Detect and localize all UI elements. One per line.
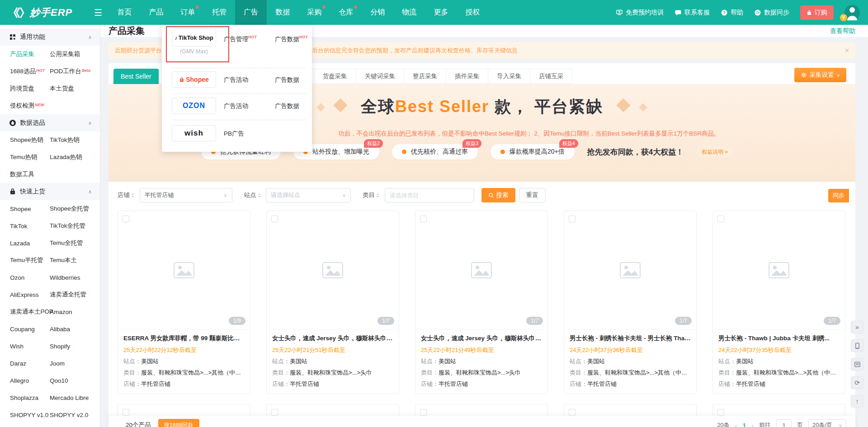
sidebar-item-temu-semi[interactable]: Temu半托管 <box>10 252 50 269</box>
nav-item-hosting[interactable]: 托管 <box>203 0 235 25</box>
tab-store-collect[interactable]: 整店采集 <box>404 69 446 84</box>
sidebar-item-shopyy-v2[interactable]: SHOPYY v2.0 <box>50 406 100 423</box>
data-sync-link[interactable]: ⟳ 数据同步 <box>754 9 789 17</box>
site-select[interactable]: 请选择站点∨ <box>266 188 351 202</box>
sidebar-item-temu-full[interactable]: Temu全托管 <box>50 235 100 252</box>
help-link[interactable]: ? 帮助 <box>721 9 743 17</box>
product-title[interactable]: ESERRA 男女款库菲帽，带 99 颗泰斯比念珠，… <box>123 334 245 343</box>
sidebar-item-alibaba[interactable]: Alibaba <box>50 320 100 338</box>
brand-logo[interactable]: 妙手ERP <box>0 0 72 25</box>
nav-item-authorize[interactable]: 授权 <box>457 0 488 25</box>
contact-support-link[interactable]: 联系客服 <box>675 9 710 17</box>
product-checkbox[interactable] <box>123 409 129 416</box>
product-title[interactable]: 男士长袍 - 刺绣长袖卡夫坦 - 男士长袍 Thawb J... <box>570 334 691 343</box>
refresh-icon[interactable]: ⟳ <box>851 376 863 389</box>
sidebar-item-crossborder-goods[interactable]: 跨境货盘 <box>10 80 50 97</box>
product-checkbox[interactable] <box>123 216 129 222</box>
product-checkbox[interactable] <box>717 216 724 222</box>
page-size-select[interactable]: 20条/页∨ <box>808 419 846 427</box>
sidebar-item-wish[interactable]: Wish <box>10 338 50 355</box>
sidebar-section-data-select[interactable]: 数据选品 ∧ <box>0 114 100 131</box>
product-checkbox[interactable] <box>420 409 427 416</box>
sidebar-item-allegro[interactable]: Allegro <box>10 372 50 389</box>
ozon-logo[interactable]: OZON <box>172 98 216 114</box>
shopee-logo[interactable]: S Shopee <box>172 71 216 88</box>
sidebar-item-infringement-check[interactable]: 侵权检测NEW <box>10 97 50 114</box>
menu-item-ad-data[interactable]: 广告数据HOT <box>275 35 308 43</box>
shop-select[interactable]: 半托管店铺∨ <box>140 188 232 202</box>
product-checkbox[interactable] <box>271 409 278 416</box>
view-help-link[interactable]: 查看帮助 <box>830 27 855 35</box>
sidebar-item-amazon[interactable]: Amazon <box>50 303 100 320</box>
search-button[interactable]: 搜索 <box>481 188 515 202</box>
product-checkbox[interactable] <box>569 216 576 222</box>
sidebar-item-ozon[interactable]: Ozon <box>10 269 50 286</box>
sidebar-item-coupang[interactable]: Coupang <box>10 320 50 338</box>
free-training-link[interactable]: 免费预约培训 <box>616 9 664 17</box>
goto-page-input[interactable] <box>776 419 792 427</box>
product-card[interactable]: 1/7 女士头巾，速成 Jersey 头巾，穆斯林头巾轻盈... 25天22小时… <box>415 211 548 394</box>
sidebar-item-pod-workbench[interactable]: POD工作台Beta <box>50 63 100 80</box>
wish-logo[interactable]: wish <box>172 125 216 141</box>
collect-settings-button[interactable]: 采集设置 ∨ <box>794 68 846 82</box>
menu-item-pb-ads[interactable]: PB广告 <box>224 130 244 138</box>
nav-item-data[interactable]: 数据 <box>267 0 298 25</box>
menu-item-ad-campaign[interactable]: 广告活动 <box>224 76 248 84</box>
product-checkbox[interactable] <box>569 409 576 416</box>
tab-import-collect[interactable]: 导入采集 <box>488 69 530 84</box>
sidebar-item-tiktok[interactable]: TikTok <box>10 217 50 235</box>
prev-page-icon[interactable]: ‹ <box>735 422 737 427</box>
tiktok-shop-logo[interactable]: ♪ TikTok Shop <box>172 28 216 47</box>
search-1688-button[interactable]: 搜1688同款 <box>158 419 199 427</box>
product-card[interactable]: 1/7 男士长袍 - 刺绣长袖卡夫坦 - 男士长袍 Thawb J... 24天… <box>564 211 697 394</box>
sidebar-item-wildberries[interactable]: Wildberries <box>50 269 100 286</box>
sidebar-item-1688-select[interactable]: 1688选品HOT <box>10 63 50 80</box>
sidebar-item-shopee-hot[interactable]: Shopee热销 <box>10 131 50 149</box>
category-input[interactable] <box>385 188 474 202</box>
sidebar-item-joom[interactable]: Joom <box>50 355 100 372</box>
nav-item-products[interactable]: 产品 <box>140 0 172 25</box>
menu-item-ad-data[interactable]: 广告数据 <box>275 76 299 84</box>
product-card[interactable]: 1/7 男士长袍 - Thawb | Jubba 卡夫坦 刺绣... 24天22… <box>712 211 845 394</box>
sidebar-item-temu-local[interactable]: Temu本土 <box>50 252 100 269</box>
sidebar-item-mercado-libre[interactable]: Mercado Libre <box>50 389 100 406</box>
sidebar-item-product-collect[interactable]: 产品采集 <box>10 46 50 63</box>
sidebar-item-tiktok-full[interactable]: TikTok全托管 <box>50 217 100 235</box>
sidebar-item-shopee-full[interactable]: Shopee全托管 <box>50 200 100 217</box>
product-checkbox[interactable] <box>420 216 427 222</box>
tab-goods-collect[interactable]: 货盘采集 <box>314 69 356 84</box>
sync-button[interactable]: 同步 <box>828 189 849 202</box>
tab-best-seller[interactable]: Best Seller <box>113 69 159 84</box>
nav-item-distribution[interactable]: 分销 <box>362 0 393 25</box>
nav-item-ads[interactable]: 广告 <box>235 0 267 25</box>
sidebar-item-temu-hot[interactable]: Temu热销 <box>10 149 50 166</box>
subscribe-button[interactable]: 订购 <box>800 5 834 20</box>
user-avatar[interactable]: V <box>844 5 860 20</box>
sidebar-item-tiktok-hot[interactable]: TikTok热销 <box>50 131 100 149</box>
menu-item-ad-data[interactable]: 广告数据 <box>275 102 299 110</box>
sidebar-item-aliexpress[interactable]: AliExpress <box>10 286 50 303</box>
sidebar-section-general[interactable]: 通用功能 ∧ <box>0 28 100 46</box>
sidebar-item-lazada[interactable]: Lazada <box>10 235 50 252</box>
product-checkbox[interactable] <box>271 216 278 222</box>
tab-keyword-collect[interactable]: 关键词采集 <box>356 69 405 84</box>
sidebar-item-aliexpress-local-pop[interactable]: 速卖通本土POP <box>10 303 50 320</box>
sidebar-item-jumia[interactable]: Jumia <box>10 423 50 427</box>
tab-plugin-collect[interactable]: 插件采集 <box>446 69 488 84</box>
product-checkbox[interactable] <box>717 409 724 416</box>
benefit-detail-link[interactable]: 权益说明 » <box>696 146 733 157</box>
sidebar-item-aliexpress-full[interactable]: 速卖通全托管 <box>50 286 100 303</box>
tab-store-mutual-collect[interactable]: 店铺互采 <box>530 69 572 84</box>
reset-button[interactable]: 重置 <box>519 188 546 202</box>
mobile-preview-icon[interactable] <box>851 339 863 352</box>
sidebar-item-shopee[interactable]: Shopee <box>10 200 50 217</box>
back-to-top-icon[interactable]: ↑ <box>851 395 863 408</box>
detail-card-icon[interactable] <box>851 358 863 371</box>
chevron-up-icon[interactable]: ∧ <box>88 189 92 195</box>
product-card[interactable]: 1/7 女士头巾，速成 Jersey 头巾，穆斯林头巾轻盈... 25天22小时… <box>266 211 399 394</box>
current-page[interactable]: 1 <box>743 422 746 427</box>
sidebar-item-walmart[interactable]: Walmart <box>50 423 100 427</box>
product-title[interactable]: 女士头巾，速成 Jersey 头巾，穆斯林头巾轻盈... <box>421 334 542 343</box>
sidebar-item-lazada-hot[interactable]: Lazada热销 <box>50 149 100 166</box>
close-icon[interactable]: × <box>845 47 849 55</box>
